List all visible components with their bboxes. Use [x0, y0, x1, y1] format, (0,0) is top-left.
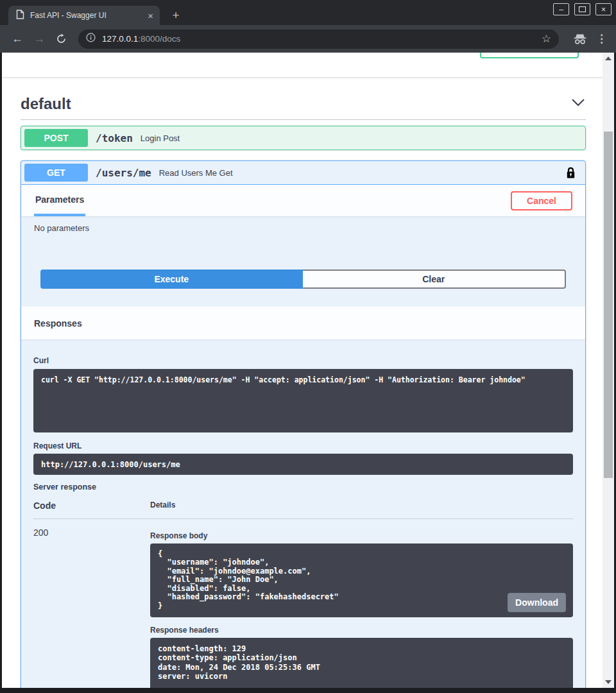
response-body-label: Response body	[150, 531, 573, 540]
opblock-summary[interactable]: POST /token Login Post	[21, 126, 585, 150]
browser-menu-icon[interactable]: ⋮	[596, 32, 607, 46]
new-tab-button[interactable]: +	[168, 8, 184, 24]
curl-command-box[interactable]: curl -X GET "http://127.0.0.1:8000/users…	[33, 369, 573, 432]
response-row-200: 200 Response body { "username": "johndoe…	[33, 519, 573, 688]
swagger-page: default POST /token Login Post GET /user…	[2, 53, 603, 688]
request-url-label: Request URL	[33, 441, 573, 450]
request-url-box: http://127.0.0.1:8000/users/me	[33, 454, 573, 475]
window-controls: – ×	[553, 3, 612, 15]
authorize-button-fragment[interactable]	[480, 53, 579, 58]
server-response-label: Server response	[33, 483, 573, 492]
response-body-json: { "username": "johndoe", "email": "johnd…	[158, 550, 565, 610]
url-input[interactable]: 127.0.0.1:8000/docs	[102, 34, 180, 44]
scrollbar-down-arrow-icon[interactable]	[605, 680, 612, 684]
download-button[interactable]: Download	[508, 593, 566, 612]
method-badge-get: GET	[24, 164, 88, 182]
method-badge-post: POST	[24, 129, 88, 147]
response-body-box: { "username": "johndoe", "email": "johnd…	[150, 543, 573, 617]
address-bar[interactable]: 127.0.0.1:8000/docs ☆	[78, 30, 559, 49]
clear-button[interactable]: Clear	[303, 270, 567, 289]
status-code: 200	[33, 526, 150, 688]
bookmark-star-icon[interactable]: ☆	[542, 32, 551, 46]
tab-parameters[interactable]: Parameters	[34, 185, 85, 216]
reload-icon[interactable]	[53, 33, 69, 44]
incognito-icon	[573, 33, 587, 45]
response-headers-label: Response headers	[150, 626, 573, 635]
padlock-icon[interactable]	[566, 167, 576, 179]
scrollbar-up-arrow-icon[interactable]	[605, 56, 612, 60]
site-info-icon[interactable]	[86, 33, 96, 45]
execute-row: Execute Clear	[40, 270, 566, 289]
page-scrollbar[interactable]	[603, 53, 614, 688]
no-parameters-text: No parameters	[34, 223, 572, 233]
chevron-down-icon[interactable]	[570, 98, 586, 110]
parameters-section: No parameters Execute Clear	[21, 216, 585, 307]
response-headers-text: content-length: 129 content-type: applic…	[158, 644, 565, 681]
forward-icon: →	[31, 32, 47, 46]
url-path: :8000/docs	[138, 34, 180, 44]
response-details: Response body { "username": "johndoe", "…	[150, 526, 573, 688]
close-button[interactable]: ×	[595, 3, 612, 15]
browser-tab[interactable]: Fast API - Swagger UI ×	[8, 6, 160, 25]
endpoint-summary: Login Post	[141, 133, 180, 143]
api-operations: default POST /token Login Post GET /user…	[2, 94, 603, 688]
execute-button[interactable]: Execute	[40, 270, 303, 289]
back-icon[interactable]: ←	[9, 32, 26, 46]
maximize-icon	[579, 6, 586, 12]
scrollbar-thumb[interactable]	[604, 132, 613, 478]
info-section-bottom	[2, 53, 603, 77]
maximize-button[interactable]	[574, 3, 590, 15]
tag-title: default	[21, 94, 71, 114]
responses-section: Curl curl -X GET "http://127.0.0.1:8000/…	[21, 339, 585, 688]
opblock-post-token[interactable]: POST /token Login Post	[21, 126, 586, 150]
opblock-summary[interactable]: GET /users/me Read Users Me Get	[21, 161, 585, 185]
endpoint-summary: Read Users Me Get	[159, 168, 233, 178]
endpoint-path: /token	[96, 132, 133, 144]
details-column-header: Details	[150, 501, 175, 511]
endpoint-path: /users/me	[96, 167, 151, 179]
curl-label: Curl	[33, 356, 573, 365]
curl-command: curl -X GET "http://127.0.0.1:8000/users…	[41, 375, 565, 384]
cancel-button[interactable]: Cancel	[511, 191, 572, 210]
minimize-button[interactable]: –	[553, 3, 569, 15]
operation-tab-header: Parameters Cancel	[21, 185, 585, 216]
favicon-document-icon	[16, 10, 24, 22]
tab-close-icon[interactable]: ×	[146, 11, 155, 21]
request-url: http://127.0.0.1:8000/users/me	[41, 460, 180, 469]
opblock-get-users-me: GET /users/me Read Users Me Get Paramete…	[21, 160, 586, 688]
tab-title: Fast API - Swagger UI	[30, 11, 146, 20]
browser-toolbar: ← → 127.0.0.1:8000/docs ☆ ⋮	[0, 25, 616, 53]
url-host: 127.0.0.1	[102, 34, 138, 44]
code-column-header: Code	[33, 501, 150, 511]
response-table-header: Code Details	[33, 501, 573, 519]
browser-titlebar: Fast API - Swagger UI × + – ×	[0, 0, 616, 25]
tag-section-header[interactable]: default	[21, 94, 586, 120]
response-headers-box: content-length: 129 content-type: applic…	[150, 638, 573, 688]
responses-title: Responses	[34, 318, 82, 329]
responses-section-header: Responses	[21, 307, 585, 339]
